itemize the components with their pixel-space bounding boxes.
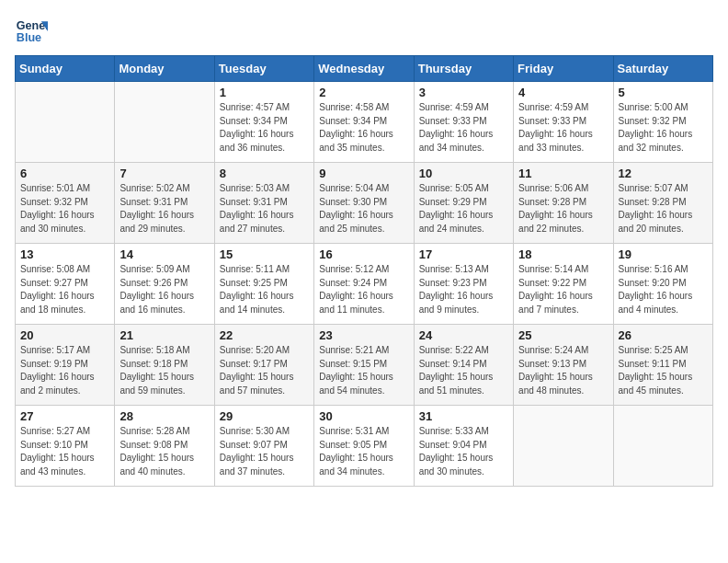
day-number: 3 [419,86,508,99]
day-number: 18 [518,247,608,261]
calendar-cell [514,406,613,487]
day-info: Sunrise: 5:00 AM Sunset: 9:32 PM Dayligh… [619,101,708,155]
calendar-cell: 30Sunrise: 5:31 AM Sunset: 9:05 PM Dayli… [314,406,414,487]
calendar-week-1: 1Sunrise: 4:57 AM Sunset: 9:34 PM Daylig… [16,82,713,163]
calendar-cell: 2Sunrise: 4:58 AM Sunset: 9:34 PM Daylig… [314,82,414,163]
day-number: 31 [419,409,508,423]
day-info: Sunrise: 4:59 AM Sunset: 9:33 PM Dayligh… [518,101,608,155]
day-number: 10 [419,167,508,180]
calendar-cell: 5Sunrise: 5:00 AM Sunset: 9:32 PM Daylig… [613,82,712,163]
day-number: 16 [319,247,408,261]
calendar-cell: 1Sunrise: 4:57 AM Sunset: 9:34 PM Daylig… [214,82,313,163]
day-info: Sunrise: 5:27 AM Sunset: 9:10 PM Dayligh… [20,425,109,478]
calendar-cell: 3Sunrise: 4:59 AM Sunset: 9:33 PM Daylig… [414,82,513,163]
day-number: 9 [319,167,408,180]
calendar-cell [115,82,214,163]
day-number: 14 [119,247,209,261]
calendar-week-3: 13Sunrise: 5:08 AM Sunset: 9:27 PM Dayli… [16,244,713,325]
calendar-cell: 17Sunrise: 5:13 AM Sunset: 9:23 PM Dayli… [414,244,513,325]
calendar-table: SundayMondayTuesdayWednesdayThursdayFrid… [15,55,713,487]
header-monday: Monday [115,56,214,82]
day-number: 12 [619,167,708,180]
day-info: Sunrise: 5:05 AM Sunset: 9:29 PM Dayligh… [419,182,508,236]
calendar-cell [613,406,712,487]
day-number: 6 [20,167,109,180]
header-tuesday: Tuesday [214,56,313,82]
day-number: 13 [20,247,109,261]
day-info: Sunrise: 5:11 AM Sunset: 9:25 PM Dayligh… [220,263,309,316]
day-number: 1 [220,86,309,99]
calendar-cell: 21Sunrise: 5:18 AM Sunset: 9:18 PM Dayli… [115,325,214,406]
header-sunday: Sunday [16,56,115,82]
day-number: 17 [419,247,508,261]
day-info: Sunrise: 5:25 AM Sunset: 9:11 PM Dayligh… [619,344,708,397]
calendar-cell: 19Sunrise: 5:16 AM Sunset: 9:20 PM Dayli… [613,244,712,325]
calendar-cell: 6Sunrise: 5:01 AM Sunset: 9:32 PM Daylig… [16,163,115,244]
page-header: General Blue [15,15,713,48]
day-info: Sunrise: 5:04 AM Sunset: 9:30 PM Dayligh… [319,182,408,236]
calendar-cell: 18Sunrise: 5:14 AM Sunset: 9:22 PM Dayli… [514,244,613,325]
day-info: Sunrise: 5:20 AM Sunset: 9:17 PM Dayligh… [220,344,309,397]
day-number: 7 [119,167,209,180]
calendar-cell: 12Sunrise: 5:07 AM Sunset: 9:28 PM Dayli… [613,163,712,244]
day-number: 20 [20,328,109,342]
calendar-cell: 15Sunrise: 5:11 AM Sunset: 9:25 PM Dayli… [214,244,313,325]
header-wednesday: Wednesday [314,56,414,82]
calendar-cell: 22Sunrise: 5:20 AM Sunset: 9:17 PM Dayli… [214,325,313,406]
calendar-week-5: 27Sunrise: 5:27 AM Sunset: 9:10 PM Dayli… [16,406,713,487]
day-number: 21 [119,328,209,342]
day-number: 8 [220,167,309,180]
day-info: Sunrise: 5:09 AM Sunset: 9:26 PM Dayligh… [119,263,209,316]
day-number: 11 [518,167,608,180]
day-number: 22 [220,328,309,342]
calendar-cell: 29Sunrise: 5:30 AM Sunset: 9:07 PM Dayli… [214,406,313,487]
logo-icon: General Blue [15,15,48,48]
calendar-cell: 4Sunrise: 4:59 AM Sunset: 9:33 PM Daylig… [514,82,613,163]
calendar-cell: 7Sunrise: 5:02 AM Sunset: 9:31 PM Daylig… [115,163,214,244]
day-info: Sunrise: 5:21 AM Sunset: 9:15 PM Dayligh… [319,344,408,397]
day-info: Sunrise: 5:22 AM Sunset: 9:14 PM Dayligh… [419,344,508,397]
day-info: Sunrise: 5:24 AM Sunset: 9:13 PM Dayligh… [518,344,608,397]
calendar-cell: 24Sunrise: 5:22 AM Sunset: 9:14 PM Dayli… [414,325,513,406]
day-number: 19 [619,247,708,261]
day-info: Sunrise: 5:02 AM Sunset: 9:31 PM Dayligh… [119,182,209,236]
day-info: Sunrise: 5:18 AM Sunset: 9:18 PM Dayligh… [119,344,209,397]
day-number: 23 [319,328,408,342]
day-info: Sunrise: 5:30 AM Sunset: 9:07 PM Dayligh… [220,425,309,478]
day-number: 15 [220,247,309,261]
day-info: Sunrise: 5:07 AM Sunset: 9:28 PM Dayligh… [619,182,708,236]
calendar-header-row: SundayMondayTuesdayWednesdayThursdayFrid… [16,56,713,82]
day-number: 27 [20,409,109,423]
calendar-week-2: 6Sunrise: 5:01 AM Sunset: 9:32 PM Daylig… [16,163,713,244]
calendar-week-4: 20Sunrise: 5:17 AM Sunset: 9:19 PM Dayli… [16,325,713,406]
day-number: 29 [220,409,309,423]
calendar-cell: 11Sunrise: 5:06 AM Sunset: 9:28 PM Dayli… [514,163,613,244]
day-info: Sunrise: 5:28 AM Sunset: 9:08 PM Dayligh… [119,425,209,478]
day-info: Sunrise: 5:08 AM Sunset: 9:27 PM Dayligh… [20,263,109,316]
day-info: Sunrise: 5:17 AM Sunset: 9:19 PM Dayligh… [20,344,109,397]
calendar-cell: 14Sunrise: 5:09 AM Sunset: 9:26 PM Dayli… [115,244,214,325]
calendar-cell: 9Sunrise: 5:04 AM Sunset: 9:30 PM Daylig… [314,163,414,244]
day-number: 24 [419,328,508,342]
day-number: 5 [619,86,708,99]
day-info: Sunrise: 5:13 AM Sunset: 9:23 PM Dayligh… [419,263,508,316]
day-info: Sunrise: 5:01 AM Sunset: 9:32 PM Dayligh… [20,182,109,236]
day-number: 4 [518,86,608,99]
header-saturday: Saturday [613,56,712,82]
day-info: Sunrise: 5:14 AM Sunset: 9:22 PM Dayligh… [518,263,608,316]
header-thursday: Thursday [414,56,513,82]
calendar-cell: 23Sunrise: 5:21 AM Sunset: 9:15 PM Dayli… [314,325,414,406]
calendar-cell: 8Sunrise: 5:03 AM Sunset: 9:31 PM Daylig… [214,163,313,244]
day-info: Sunrise: 5:03 AM Sunset: 9:31 PM Dayligh… [220,182,309,236]
calendar-cell: 20Sunrise: 5:17 AM Sunset: 9:19 PM Dayli… [16,325,115,406]
day-number: 28 [119,409,209,423]
calendar-cell: 28Sunrise: 5:28 AM Sunset: 9:08 PM Dayli… [115,406,214,487]
calendar-cell: 16Sunrise: 5:12 AM Sunset: 9:24 PM Dayli… [314,244,414,325]
calendar-cell: 27Sunrise: 5:27 AM Sunset: 9:10 PM Dayli… [16,406,115,487]
day-info: Sunrise: 4:59 AM Sunset: 9:33 PM Dayligh… [419,101,508,155]
calendar-cell: 26Sunrise: 5:25 AM Sunset: 9:11 PM Dayli… [613,325,712,406]
calendar-cell: 10Sunrise: 5:05 AM Sunset: 9:29 PM Dayli… [414,163,513,244]
calendar-cell [16,82,115,163]
calendar-cell: 25Sunrise: 5:24 AM Sunset: 9:13 PM Dayli… [514,325,613,406]
svg-text:Blue: Blue [17,31,41,44]
